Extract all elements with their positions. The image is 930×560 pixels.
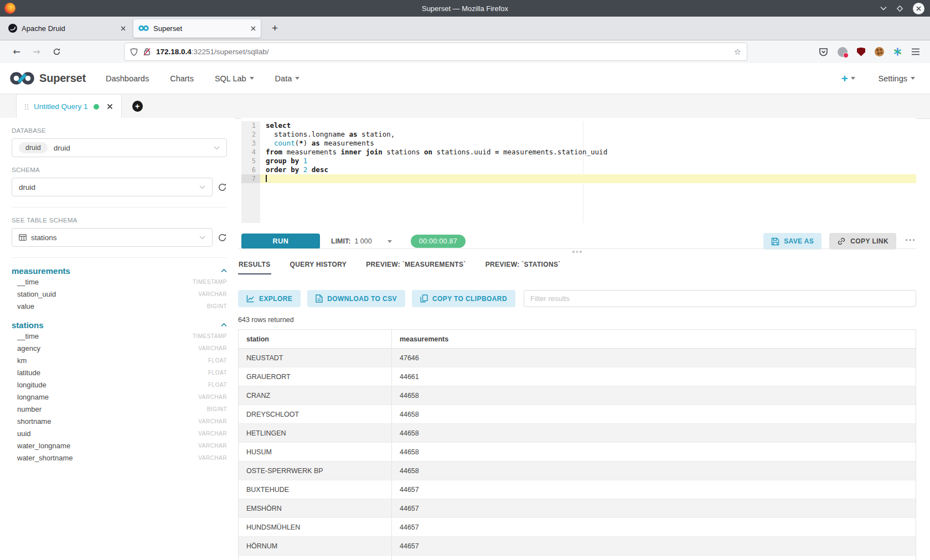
download-csv-button[interactable]: DOWNLOAD TO CSV — [307, 290, 405, 307]
add-query-tab-button[interactable]: + — [132, 101, 143, 112]
insecure-lock-icon[interactable] — [143, 48, 151, 56]
pocket-icon[interactable] — [819, 48, 828, 56]
schema-table-header[interactable]: measurements — [12, 266, 227, 276]
copy-clipboard-button[interactable]: COPY TO CLIPBOARD — [412, 290, 515, 307]
browser-tabstrip: Apache Druid Superset + — [0, 17, 930, 40]
tab-close-icon[interactable] — [251, 26, 256, 31]
explore-button[interactable]: EXPLORE — [238, 290, 301, 307]
results-tab-preview-measurements[interactable]: PREVIEW: `MEASUREMENTS` — [365, 258, 467, 274]
nav-item-dashboards[interactable]: Dashboards — [106, 74, 149, 83]
table-cell: 44657 — [392, 518, 916, 537]
copy-link-button[interactable]: COPY LINK — [829, 233, 896, 250]
table-row: HUNDSMÜHLEN44657 — [239, 518, 916, 537]
nav-item-sql-lab[interactable]: SQL Lab — [215, 74, 254, 83]
drag-handle-icon[interactable] — [25, 104, 28, 110]
results-actions: EXPLORE DOWNLOAD TO CSV COPY TO CLIPBOAR… — [238, 290, 916, 307]
tracking-shield-icon[interactable] — [130, 48, 138, 56]
table-cell: 44658 — [392, 462, 916, 480]
schema-column-row: latitudeFLOAT — [12, 366, 227, 378]
results-tab-results[interactable]: RESULTS — [238, 258, 271, 274]
schema-column-row: __timeTIMESTAMP — [12, 276, 227, 288]
schema-table-header[interactable]: stations — [12, 320, 227, 330]
chevron-up-icon — [221, 269, 227, 273]
bookmark-star-icon[interactable]: ☆ — [734, 47, 741, 57]
save-as-button[interactable]: SAVE AS — [763, 233, 822, 250]
druid-favicon — [8, 24, 17, 33]
chevron-down-icon — [199, 236, 205, 240]
editor-toolbar: RUN LIMIT: 1 000 00:00:00.87 SAVE AS COP… — [241, 232, 916, 250]
reload-button[interactable] — [46, 48, 66, 56]
schema-column-row: valueBIGINT — [12, 300, 227, 312]
table-name: stations — [12, 320, 44, 330]
forward-button[interactable]: → — [27, 46, 46, 57]
filter-results-input[interactable] — [524, 290, 916, 307]
table-cell: 44661 — [392, 367, 916, 386]
browser-tab-superset[interactable]: Superset — [133, 19, 261, 38]
url-bar[interactable]: 172.18.0.4:32251/superset/sqllab/ ☆ — [124, 43, 747, 61]
row-count-text: 643 rows returned — [238, 316, 916, 324]
save-icon — [771, 237, 779, 246]
schema-column-row: station_uuidVARCHAR — [12, 288, 227, 300]
table-row: OSTE-SPERRWERK BP44658 — [239, 462, 916, 480]
query-tab-untitled-query-1[interactable]: Untitled Query 1 — [16, 94, 122, 119]
schema-select[interactable]: druid — [12, 178, 213, 196]
window-shade-icon[interactable] — [880, 6, 887, 11]
database-label: DATABASE — [12, 127, 227, 134]
ublock-shield-icon[interactable] — [857, 48, 865, 56]
line-number: 2 — [241, 130, 260, 139]
schema-column-row: longitudeFLOAT — [12, 378, 227, 391]
table-cell: 44657 — [392, 499, 916, 518]
column-type: FLOAT — [208, 370, 227, 376]
results-tab-query-history[interactable]: QUERY HISTORY — [290, 258, 348, 274]
browser-tab-apache-druid[interactable]: Apache Druid — [3, 19, 131, 38]
line-number: 6 — [241, 165, 260, 174]
add-new-button[interactable]: + — [841, 73, 855, 84]
table-row: HÖRNUM44657 — [239, 537, 916, 556]
table-row: EMSHÖRN44657 — [239, 499, 916, 518]
table-select[interactable]: stations — [12, 228, 213, 247]
database-select[interactable]: druid druid — [12, 138, 227, 157]
column-name: __time — [17, 332, 39, 340]
menu-hamburger-icon[interactable] — [911, 48, 920, 55]
query-timer-badge: 00:00:00.87 — [411, 235, 466, 248]
editor-line: 1select — [241, 121, 916, 130]
results-tab-preview-stations[interactable]: PREVIEW: `STATIONS` — [485, 258, 561, 274]
limit-dropdown[interactable]: LIMIT: 1 000 — [331, 237, 392, 245]
nav-item-data[interactable]: Data — [275, 74, 300, 83]
chevron-down-icon — [295, 77, 299, 80]
table-cell: HUNDSMÜHLEN — [239, 518, 392, 537]
browser-toolbar: ← → 172.18.0.4:32251/superset/sqllab/ ☆ — [0, 40, 930, 63]
refresh-tables-icon[interactable] — [218, 233, 227, 242]
refresh-schema-icon[interactable] — [218, 183, 227, 192]
line-code: count(*) as measurements — [260, 139, 916, 148]
settings-menu[interactable]: Settings — [879, 74, 915, 83]
window-maximize-icon[interactable] — [896, 5, 903, 12]
results-tabs: RESULTSQUERY HISTORYPREVIEW: `MEASUREMEN… — [238, 258, 916, 274]
profile-icon[interactable] — [838, 47, 848, 57]
new-tab-button[interactable]: + — [267, 22, 282, 34]
superset-logo[interactable]: Superset — [9, 71, 86, 86]
line-number: 5 — [241, 157, 260, 165]
pane-resize-handle[interactable] — [238, 251, 916, 253]
back-button[interactable]: ← — [7, 46, 27, 57]
line-code: select — [260, 121, 916, 130]
container-asterisk-icon[interactable] — [893, 48, 902, 56]
query-tab-close-icon[interactable] — [107, 103, 113, 110]
column-name: latitude — [17, 369, 40, 377]
more-options-button[interactable]: ··· — [905, 235, 916, 248]
superset-favicon — [138, 25, 149, 32]
tab-label: Superset — [153, 24, 246, 33]
table-cell: 44657 — [392, 556, 916, 560]
nav-item-charts[interactable]: Charts — [170, 74, 194, 83]
sql-editor[interactable]: 1select2 stations.longname as station,3 … — [241, 118, 916, 223]
cookie-extension-icon[interactable] — [875, 47, 884, 56]
column-name: agency — [17, 344, 40, 352]
tab-close-icon[interactable] — [121, 26, 126, 31]
column-type: VARCHAR — [198, 443, 227, 449]
table-cell: 44657 — [392, 537, 916, 556]
run-button[interactable]: RUN — [241, 234, 320, 249]
column-type: VARCHAR — [198, 345, 227, 351]
query-tab-bar: Untitled Query 1 + — [0, 94, 930, 119]
window-close-icon[interactable] — [913, 3, 924, 14]
link-icon — [837, 237, 846, 246]
